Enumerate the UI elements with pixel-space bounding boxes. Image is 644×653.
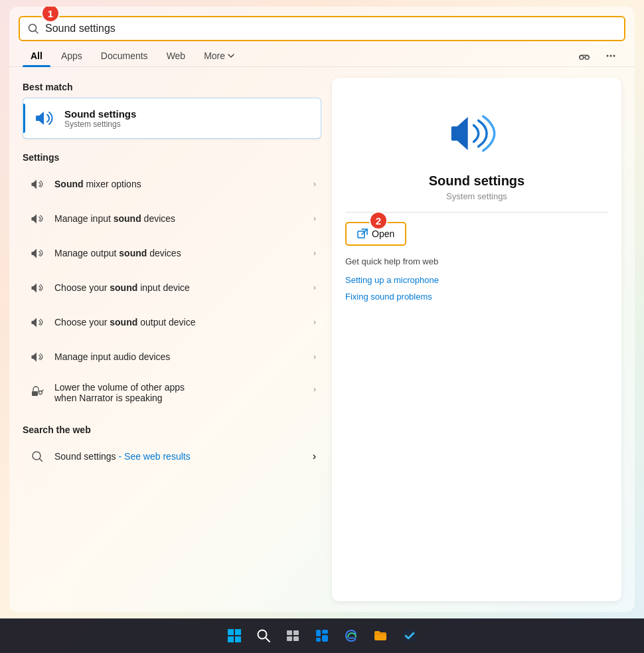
step2-badge: 2 bbox=[369, 211, 388, 230]
svg-rect-15 bbox=[235, 636, 241, 642]
sound-settings-icon bbox=[33, 106, 56, 130]
settings-item-2[interactable]: Manage output sound devices › bbox=[23, 237, 321, 269]
right-panel-title: Sound settings bbox=[429, 173, 524, 189]
tab-documents[interactable]: Documents bbox=[93, 45, 156, 66]
settings-item-1[interactable]: Manage input sound devices › bbox=[23, 203, 321, 234]
external-link-icon bbox=[357, 229, 368, 239]
svg-rect-14 bbox=[228, 636, 234, 642]
content-area: Best match Sound settings System setting… bbox=[9, 67, 635, 612]
settings-item-0[interactable]: Sound mixer options › bbox=[23, 168, 321, 200]
settings-item-4[interactable]: Choose your sound output device › bbox=[23, 306, 321, 338]
tab-more[interactable]: More bbox=[196, 45, 243, 66]
svg-rect-22 bbox=[316, 638, 321, 642]
svg-rect-18 bbox=[293, 630, 299, 635]
best-match-item[interactable]: Sound settings System settings bbox=[23, 98, 321, 139]
taskbar-search-icon bbox=[256, 628, 271, 643]
settings-item-text-3: Choose your sound input device bbox=[54, 282, 305, 293]
file-explorer-button[interactable] bbox=[368, 623, 393, 648]
tab-web[interactable]: Web bbox=[159, 45, 194, 66]
audio-devices-icon bbox=[28, 347, 46, 366]
glasses-icon-btn[interactable] bbox=[574, 45, 595, 66]
settings-item-text-5: Manage input audio devices bbox=[54, 351, 305, 362]
settings-item-6[interactable]: Lower the volume of other appswhen Narra… bbox=[23, 375, 321, 410]
task-view-icon bbox=[285, 628, 300, 643]
best-match-text: Sound settings System settings bbox=[64, 108, 136, 129]
manage-output-icon bbox=[28, 244, 46, 262]
search-bar-container: 1 bbox=[9, 7, 635, 41]
svg-rect-21 bbox=[316, 630, 321, 636]
chevron-icon-5: › bbox=[313, 352, 316, 361]
task-view-button[interactable] bbox=[280, 623, 305, 648]
chevron-icon-2: › bbox=[313, 248, 316, 258]
more-options-btn[interactable] bbox=[600, 45, 621, 66]
svg-rect-24 bbox=[322, 635, 328, 642]
chevron-icon-web: › bbox=[313, 450, 316, 462]
edge-icon bbox=[344, 628, 359, 643]
settings-item-5[interactable]: Manage input audio devices › bbox=[23, 341, 321, 373]
windows-logo-icon bbox=[227, 628, 242, 643]
settings-section-title: Settings bbox=[23, 148, 321, 165]
chevron-down-icon bbox=[227, 52, 235, 60]
output-device-icon bbox=[28, 313, 46, 331]
quick-help-link-1[interactable]: Fixing sound problems bbox=[345, 288, 608, 305]
search-web-item-text: Sound settings - See web results bbox=[54, 451, 305, 462]
right-panel-divider bbox=[345, 212, 608, 213]
start-button[interactable] bbox=[222, 623, 247, 648]
settings-item-text-2: Manage output sound devices bbox=[54, 248, 305, 258]
svg-rect-20 bbox=[293, 636, 299, 641]
taskbar-search-button[interactable] bbox=[251, 623, 276, 648]
search-web-item[interactable]: Sound settings - See web results › bbox=[23, 440, 321, 472]
svg-rect-17 bbox=[287, 630, 292, 635]
widgets-button[interactable] bbox=[309, 623, 335, 648]
svg-rect-12 bbox=[228, 629, 234, 635]
tabs-row: All Apps Documents Web More bbox=[9, 41, 635, 67]
chevron-icon-0: › bbox=[313, 179, 316, 189]
search-web-title: Search the web bbox=[23, 420, 321, 438]
svg-line-10 bbox=[40, 459, 42, 462]
svg-rect-19 bbox=[287, 636, 292, 641]
search-web-icon bbox=[28, 447, 46, 466]
right-panel: Sound settings System settings 2 Open Ge… bbox=[332, 78, 621, 601]
manage-input-icon bbox=[28, 209, 46, 228]
tabs-right bbox=[574, 45, 621, 66]
svg-point-4 bbox=[607, 55, 609, 57]
open-btn-container: 2 Open bbox=[345, 222, 608, 246]
widgets-icon bbox=[315, 628, 329, 643]
settings-item-text-4: Choose your sound output device bbox=[54, 317, 305, 327]
input-device-icon bbox=[28, 278, 46, 297]
svg-rect-13 bbox=[235, 629, 241, 635]
svg-point-6 bbox=[613, 55, 615, 57]
best-match-title: Best match bbox=[23, 78, 321, 95]
chevron-icon-3: › bbox=[313, 283, 316, 292]
search-icon bbox=[28, 23, 39, 34]
svg-line-1 bbox=[35, 31, 38, 33]
search-panel: 1 All Apps Documents Web More bbox=[9, 7, 635, 612]
quick-help-link-0[interactable]: Setting up a microphone bbox=[345, 272, 608, 288]
quick-help-title: Get quick help from web bbox=[345, 256, 608, 266]
search-input[interactable] bbox=[45, 23, 616, 35]
taskbar bbox=[0, 618, 644, 653]
right-panel-subtitle: System settings bbox=[446, 191, 507, 201]
settings-item-text-6: Lower the volume of other appswhen Narra… bbox=[54, 382, 305, 403]
settings-item-3[interactable]: Choose your sound input device › bbox=[23, 272, 321, 304]
narrator-icon bbox=[28, 383, 46, 402]
app7-button[interactable] bbox=[397, 623, 422, 648]
svg-point-5 bbox=[610, 55, 612, 57]
chevron-icon-4: › bbox=[313, 318, 316, 327]
sound-settings-large-icon bbox=[450, 107, 503, 163]
tab-apps[interactable]: Apps bbox=[53, 45, 90, 66]
settings-item-text-1: Manage input sound devices bbox=[54, 213, 305, 224]
edge-button[interactable] bbox=[339, 623, 364, 648]
left-panel: Best match Sound settings System setting… bbox=[23, 78, 321, 601]
settings-item-text-0: Sound mixer options bbox=[54, 179, 305, 189]
chevron-icon-6: › bbox=[313, 385, 316, 394]
app7-icon bbox=[402, 628, 417, 643]
file-explorer-icon bbox=[373, 628, 388, 643]
tab-all[interactable]: All bbox=[23, 45, 50, 66]
chevron-icon-1: › bbox=[313, 214, 316, 223]
search-input-wrapper bbox=[19, 16, 625, 41]
sound-mixer-icon bbox=[28, 175, 46, 193]
svg-rect-23 bbox=[322, 630, 328, 634]
svg-rect-7 bbox=[32, 391, 38, 396]
